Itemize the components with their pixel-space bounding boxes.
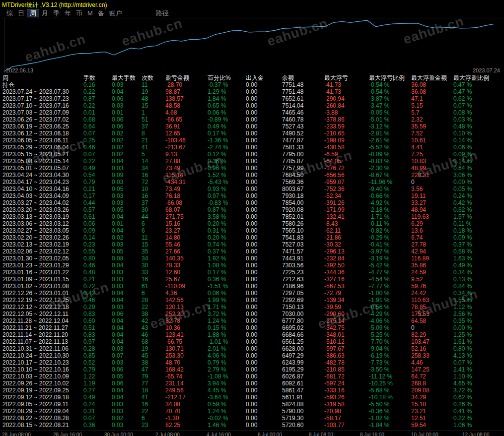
table-row[interactable]: 2023.02.20 ~ 2023.02.260.140.021114.800.… bbox=[0, 234, 504, 241]
column-header-3[interactable]: 次数 bbox=[140, 74, 164, 81]
cell: 0.03 bbox=[110, 81, 140, 88]
table-row[interactable]: 2022.11.28 ~ 2022.12.040.600.044282.781.… bbox=[0, 317, 504, 324]
table-row[interactable]: 2023.03.27 ~ 2023.04.020.440.0337-66.08-… bbox=[0, 199, 504, 206]
cell: 28 bbox=[140, 297, 164, 304]
table-row[interactable]: 2023.06.12 ~ 2023.06.180.070.02812.650.1… bbox=[0, 130, 504, 137]
cell: -8.67 % bbox=[367, 172, 410, 179]
table-row[interactable]: 2023.01.02 ~ 2023.01.080.720.0361-110.09… bbox=[0, 283, 504, 290]
table-row[interactable]: 2023.01.09 ~ 2023.01.150.210.031625.670.… bbox=[0, 276, 504, 283]
cell: 6 bbox=[140, 290, 164, 297]
table-row[interactable]: 2023.03.13 ~ 2023.03.190.610.0444271.753… bbox=[0, 213, 504, 220]
column-header-8[interactable]: 最大浮亏 bbox=[323, 74, 367, 81]
cell: -66.75 bbox=[164, 338, 206, 345]
table-row[interactable]: 2022.11.14 ~ 2022.11.200.830.0446123.411… bbox=[0, 331, 504, 338]
table-row[interactable]: 2022.12.19 ~ 2022.12.250.460.0428142.561… bbox=[0, 297, 504, 304]
column-header-6[interactable]: 出入金 bbox=[244, 74, 281, 81]
menu-item-lujing[interactable]: 路径 bbox=[153, 9, 171, 18]
column-header-4[interactable]: 盈亏金额 bbox=[164, 74, 206, 81]
table-row[interactable]: 2022.09.05 ~ 2022.09.110.240.031634.080.… bbox=[0, 401, 504, 408]
cell: 2023.03.20 ~ 2023.03.26 bbox=[0, 206, 82, 213]
table-row[interactable]: 2022.09.26 ~ 2022.10.021.190.0677231.143… bbox=[0, 380, 504, 387]
table-row[interactable]: 2022.12.05 ~ 2022.12.110.830.0638252.203… bbox=[0, 311, 504, 317]
cell: -198.09 bbox=[323, 137, 367, 144]
column-header-11[interactable]: 最大浮盈比例 bbox=[452, 74, 504, 81]
table-row[interactable]: 2022.10.17 ~ 2022.10.230.520.033848.700.… bbox=[0, 359, 504, 366]
table-row[interactable]: 2022.11.07 ~ 2022.11.130.970.0468-66.75-… bbox=[0, 338, 504, 345]
table-row[interactable]: 2022.08.29 ~ 2022.09.040.310.032270.701.… bbox=[0, 408, 504, 415]
table-row[interactable]: 2023.01.16 ~ 2023.01.220.480.033312.600.… bbox=[0, 269, 504, 276]
table-row[interactable]: 2022.12.26 ~ 2023.01.010.420.0464.360.06… bbox=[0, 290, 504, 297]
table-row[interactable]: 2023.06.05 ~ 2023.06.110.250.0221-103.46… bbox=[0, 137, 504, 144]
cell: -4.92 % bbox=[367, 199, 410, 206]
menu-item-ji[interactable]: 季 bbox=[51, 9, 62, 18]
menu-item-zhou[interactable]: 周 bbox=[27, 9, 39, 17]
cell: 0.31 % bbox=[206, 227, 244, 234]
cell: 0.46 bbox=[82, 144, 110, 151]
menu-item-yue[interactable]: 月 bbox=[39, 9, 51, 18]
table-row[interactable]: 2022.08.22 ~ 2022.08.280.070.026-1.30-0.… bbox=[0, 415, 504, 422]
table-row[interactable]: 2022.11.21 ~ 2022.11.270.510.044310.360.… bbox=[0, 324, 504, 331]
cell: 0.80 bbox=[82, 255, 110, 262]
table-row[interactable]: 2022.10.31 ~ 2022.11.060.280.0319130.712… bbox=[0, 345, 504, 352]
table-row[interactable]: 2023.02.13 ~ 2023.02.190.230.031555.460.… bbox=[0, 241, 504, 248]
table-row[interactable]: 2023.07.24 ~ 2023.07.300.220.041998.871.… bbox=[0, 88, 504, 95]
cell: 82.25 bbox=[164, 422, 206, 429]
column-header-9[interactable]: 最大浮亏比例 bbox=[367, 74, 410, 81]
menu-item-nian[interactable]: 年 bbox=[62, 9, 73, 18]
table-row[interactable]: 2023.05.15 ~ 2023.05.210.070.0259.130.12… bbox=[0, 151, 504, 158]
table-row[interactable]: 2022.09.19 ~ 2022.09.250.270.0418249.564… bbox=[0, 387, 504, 394]
cell: 0.42 % bbox=[452, 199, 504, 206]
table-row[interactable]: 2023.05.01 ~ 2023.05.070.490.033473.490.… bbox=[0, 165, 504, 172]
column-header-2[interactable]: 最大手数 bbox=[110, 74, 140, 81]
table-row[interactable]: 2023.06.26 ~ 2023.07.020.680.0651-66.65-… bbox=[0, 116, 504, 123]
cell: 1.61 % bbox=[452, 338, 504, 345]
cell: 0.79 bbox=[82, 179, 110, 186]
table-row[interactable]: 2023.04.03 ~ 2023.04.090.170.031676.180.… bbox=[0, 192, 504, 199]
table-row[interactable]: 2023.03.06 ~ 2023.03.120.060.01615.160.2… bbox=[0, 220, 504, 227]
cell: 0.60 bbox=[82, 317, 110, 324]
table-row[interactable]: 2023.05.29 ~ 2023.06.040.460.0241-213.67… bbox=[0, 144, 504, 151]
column-header-5[interactable]: 百分比% bbox=[206, 74, 244, 81]
cell: 0.10 % bbox=[452, 130, 504, 137]
table-row[interactable]: 2023.02.06 ~ 2023.02.120.550.053527.660.… bbox=[0, 248, 504, 255]
cell: 209.08 bbox=[410, 387, 452, 394]
table-row[interactable]: 2023.03.20 ~ 2023.03.260.570.053068.070.… bbox=[0, 206, 504, 213]
menu-item-zhanghu[interactable]: 账户 bbox=[107, 9, 125, 18]
table-row[interactable]: 2022.08.15 ~ 2022.08.210.360.032382.251.… bbox=[0, 422, 504, 429]
table-row[interactable]: 2023.05.08 ~ 2023.05.140.220.041427.880.… bbox=[0, 158, 504, 165]
cell: 0.61 bbox=[82, 213, 110, 220]
cell: -1.08 % bbox=[206, 373, 244, 380]
table-row[interactable]: 2022.12.12 ~ 2022.12.180.290.0322120.131… bbox=[0, 304, 504, 311]
cell: -3.47 % bbox=[367, 102, 410, 109]
table-row[interactable]: 持仓0.160.0311-28.70-0.37 %0.007751.48-41.… bbox=[0, 81, 504, 88]
column-header-0[interactable]: 周 bbox=[0, 74, 82, 81]
cell: -344.36 bbox=[323, 269, 367, 276]
column-header-10[interactable]: 最大浮盈金额 bbox=[410, 74, 452, 81]
column-header-1[interactable]: 手数 bbox=[82, 74, 110, 81]
table-row[interactable]: 2022.10.24 ~ 2022.10.300.850.0745253.304… bbox=[0, 352, 504, 359]
cell: 11 bbox=[140, 81, 164, 88]
table-row[interactable]: 2023.06.19 ~ 2023.06.250.640.063736.910.… bbox=[0, 123, 504, 130]
menu-item-zong[interactable]: 综 bbox=[4, 9, 15, 18]
table-row[interactable]: 2023.01.30 ~ 2023.02.050.800.0834140.351… bbox=[0, 255, 504, 262]
table-row[interactable]: 2022.09.12 ~ 2022.09.180.490.0441-212.17… bbox=[0, 394, 504, 401]
table-row[interactable]: 2023.07.10 ~ 2023.07.160.220.031548.580.… bbox=[0, 102, 504, 109]
menu-item-bi[interactable]: 币 bbox=[73, 9, 85, 18]
cell: 38 bbox=[140, 359, 164, 366]
table-row[interactable]: 2023.01.23 ~ 2023.01.290.460.043078.331.… bbox=[0, 262, 504, 269]
table-row[interactable]: 2023.04.17 ~ 2023.04.230.790.0372-434.31… bbox=[0, 179, 504, 186]
table-row[interactable]: 2022.10.10 ~ 2022.10.160.790.0647168.422… bbox=[0, 366, 504, 373]
table-row[interactable]: 2023.04.10 ~ 2023.04.160.210.051073.490.… bbox=[0, 186, 504, 192]
table-row[interactable]: 2023.07.17 ~ 2023.07.230.870.0648138.571… bbox=[0, 95, 504, 102]
cell: 0.18 % bbox=[452, 227, 504, 234]
menu-item-ri[interactable]: 日 bbox=[15, 9, 27, 18]
column-header-7[interactable]: 余额 bbox=[281, 74, 323, 81]
cell: 35.86 bbox=[410, 262, 452, 269]
table-row[interactable]: 2023.02.27 ~ 2023.03.050.090.04623.270.3… bbox=[0, 227, 504, 234]
table-row[interactable]: 2023.07.03 ~ 2023.07.090.010.0114.680.06… bbox=[0, 109, 504, 116]
menu-item-m[interactable]: M bbox=[85, 9, 95, 18]
table-row[interactable]: 2022.10.03 ~ 2022.10.091.220.0579-65.74-… bbox=[0, 373, 504, 380]
cell: 27.78 bbox=[410, 241, 452, 248]
menu-item-bei[interactable]: 备 bbox=[95, 9, 107, 18]
table-row[interactable]: 2023.04.24 ~ 2023.04.300.540.0916115.141… bbox=[0, 172, 504, 179]
